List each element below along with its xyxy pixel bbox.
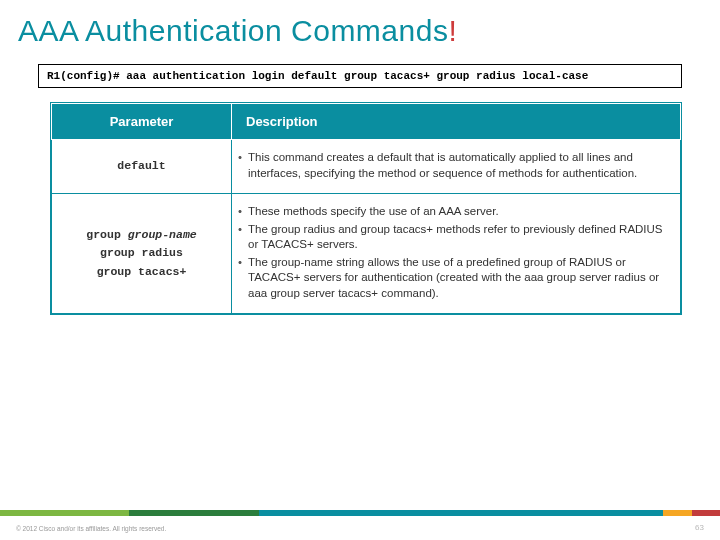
table-header-row: Parameter Description <box>52 104 681 140</box>
param-cell: group group-name group radius group taca… <box>52 194 232 314</box>
page-number: 63 <box>695 523 704 532</box>
command-line-box: R1(config)# aaa authentication login def… <box>38 64 682 88</box>
title-text: AAA Authentication Commands <box>18 14 448 47</box>
footer-seg <box>0 510 129 516</box>
footer-seg <box>259 510 664 516</box>
footer-seg <box>692 510 720 516</box>
header-description: Description <box>232 104 681 140</box>
desc-bullet: The group-name string allows the use of … <box>238 255 666 302</box>
desc-bullet: The group radius and group tacacs+ metho… <box>238 222 666 253</box>
param-line: group tacacs+ <box>97 265 187 278</box>
table-row: group group-name group radius group taca… <box>52 194 681 314</box>
footer-seg <box>663 510 691 516</box>
desc-bullet: These methods specify the use of an AAA … <box>238 204 666 220</box>
param-groupname: group-name <box>128 228 197 241</box>
header-parameter: Parameter <box>52 104 232 140</box>
title-bang: ! <box>448 14 457 47</box>
page-title: AAA Authentication Commands! <box>0 0 720 58</box>
parameter-table: Parameter Description default This comma… <box>50 102 682 315</box>
desc-cell: This command creates a default that is a… <box>232 140 681 194</box>
footer-bar <box>0 510 720 516</box>
param-line: group radius <box>100 246 183 259</box>
command-line-text: R1(config)# aaa authentication login def… <box>47 70 588 82</box>
copyright: © 2012 Cisco and/or its affiliates. All … <box>16 525 166 532</box>
footer-seg <box>129 510 258 516</box>
param-line: group group-name <box>86 228 196 241</box>
param-cell: default <box>52 140 232 194</box>
desc-bullet: This command creates a default that is a… <box>238 150 666 181</box>
table-row: default This command creates a default t… <box>52 140 681 194</box>
param-default: default <box>117 159 165 172</box>
desc-cell: These methods specify the use of an AAA … <box>232 194 681 314</box>
